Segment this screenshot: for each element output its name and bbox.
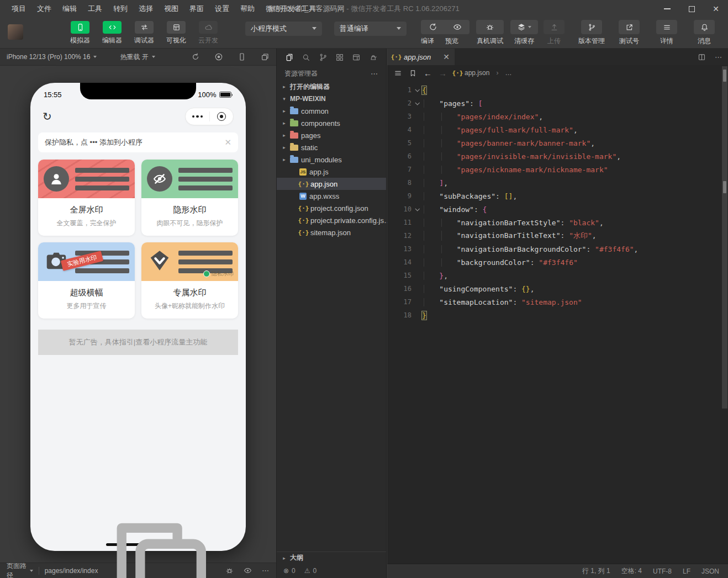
fold-chevron-icon[interactable] xyxy=(412,208,422,211)
footer-bug-button[interactable] xyxy=(225,566,234,575)
toolbar-button-调试器[interactable]: 调试器 xyxy=(130,21,158,45)
menu-文件[interactable]: 文件 xyxy=(32,2,56,16)
fold-chevron-icon[interactable] xyxy=(412,102,422,105)
editor-more-icon[interactable]: ⋯ xyxy=(715,53,722,61)
tree-item-components[interactable]: ▸components xyxy=(277,117,386,129)
menu-编辑[interactable]: 编辑 xyxy=(57,2,82,16)
code-button[interactable] xyxy=(103,21,122,34)
toolbar-right-详情[interactable]: 详情 xyxy=(651,20,683,46)
tree-item-sitemap.json[interactable]: {·}sitemap.json xyxy=(277,226,386,238)
activity-layout-button[interactable] xyxy=(352,53,361,62)
tree-item-app.json[interactable]: {·}app.json xyxy=(277,178,386,190)
action-真机调试[interactable]: 真机调试 xyxy=(476,20,504,46)
tree-item-uni_modules[interactable]: ▸uni_modules xyxy=(277,153,386,166)
navigate-back-icon[interactable]: ← xyxy=(424,68,432,78)
compile-select[interactable]: 普通编译 xyxy=(334,22,407,36)
tree-item-project.config.json[interactable]: {·}project.config.json xyxy=(277,202,386,214)
menu-转到[interactable]: 转到 xyxy=(108,2,133,16)
user-avatar[interactable] xyxy=(8,24,23,40)
sim-windows-button[interactable] xyxy=(261,52,270,61)
action-清缓存[interactable]: 清缓存 xyxy=(510,20,538,46)
activity-blocks-button[interactable] xyxy=(335,53,344,62)
toolbar-right-icon-box[interactable] xyxy=(656,20,677,34)
sim-device-button[interactable] xyxy=(238,52,246,61)
sim-rotate-button[interactable] xyxy=(191,52,200,61)
toolbar-button-编辑器[interactable]: 编辑器 xyxy=(98,21,126,45)
section-open-editors[interactable]: ▸打开的编辑器 xyxy=(277,81,386,93)
fold-chevron-icon[interactable] xyxy=(412,88,422,92)
menu-工具[interactable]: 工具 xyxy=(83,2,107,16)
page-refresh-icon[interactable]: ↻ xyxy=(43,111,52,122)
status-行 1, 列 1[interactable]: 行 1, 列 1 xyxy=(582,566,610,576)
device-select[interactable]: iPhone 12/13 (Pro) 100% 16 xyxy=(7,53,97,61)
editor-scrollbar[interactable] xyxy=(722,66,727,409)
breadcrumb-more[interactable]: … xyxy=(505,69,511,77)
toolbar-right-测试号[interactable]: 测试号 xyxy=(613,20,645,46)
close-button[interactable]: ✕ xyxy=(704,0,728,18)
status-JSON[interactable]: JSON xyxy=(701,568,719,575)
toolbar-right-版本管理[interactable]: 版本管理 xyxy=(576,20,608,46)
banner-close-icon[interactable]: ✕ xyxy=(224,137,231,147)
footer-eye-button[interactable] xyxy=(244,566,252,575)
action-icon-box[interactable] xyxy=(510,20,538,34)
menu-视图[interactable]: 视图 xyxy=(159,2,183,16)
navigate-forward-icon[interactable]: → xyxy=(439,68,447,78)
phone-button[interactable] xyxy=(71,21,89,34)
menu-界面[interactable]: 界面 xyxy=(184,2,209,16)
close-capsule-button[interactable] xyxy=(210,112,234,121)
status-空格: 4[interactable]: 空格: 4 xyxy=(621,566,642,576)
feature-card-隐形水印[interactable]: 隐形水印肉眼不可见，隐形保护 xyxy=(141,160,238,236)
hot-reload-toggle[interactable]: 热重载 开 xyxy=(120,52,155,62)
menu-帮助[interactable]: 帮助 xyxy=(235,2,260,16)
bookmark-icon[interactable] xyxy=(409,69,417,77)
tree-item-pages[interactable]: ▸pages xyxy=(277,129,386,141)
menu-选择[interactable]: 选择 xyxy=(134,2,158,16)
tree-root[interactable]: ▾MP-WEIXIN xyxy=(277,93,386,105)
footer-more-icon[interactable]: ⋯ xyxy=(262,566,270,575)
activity-git-button[interactable] xyxy=(319,53,328,62)
breadcrumb-file[interactable]: {·} app.json xyxy=(453,69,489,77)
sim-record-button[interactable] xyxy=(214,52,223,61)
toolbar-right-icon-box[interactable] xyxy=(619,20,640,34)
grid-button[interactable] xyxy=(167,21,186,34)
toolbar-button-可视化[interactable]: 可视化 xyxy=(162,21,190,45)
tree-item-static[interactable]: ▸static xyxy=(277,141,386,153)
tree-item-common[interactable]: ▸common xyxy=(277,105,386,117)
feature-card-专属水印[interactable]: 隐私水印专属水印头像+昵称就能制作水印 xyxy=(141,242,238,319)
menu-项目[interactable]: 项目 xyxy=(7,2,31,16)
tree-item-app.js[interactable]: JSapp.js xyxy=(277,166,386,178)
status-UTF-8[interactable]: UTF-8 xyxy=(653,568,672,575)
toolbar-right-消息[interactable]: 消息 xyxy=(688,20,720,46)
tree-item-label: components xyxy=(301,119,340,128)
split-editor-icon[interactable] xyxy=(698,53,706,61)
code-area[interactable]: 1{2 "pages": [3 "pages/index/index",4 "p… xyxy=(387,81,728,322)
debug-button[interactable] xyxy=(135,21,154,34)
toolbar-button-模拟器[interactable]: 模拟器 xyxy=(66,21,94,45)
menu-设置[interactable]: 设置 xyxy=(210,2,234,16)
toolbar-right-icon-box[interactable] xyxy=(694,20,715,34)
maximize-button[interactable] xyxy=(679,0,704,18)
tab-close-icon[interactable]: ✕ xyxy=(443,52,450,61)
explorer-more-icon[interactable]: ⋯ xyxy=(371,70,378,78)
action-预览[interactable] xyxy=(445,20,469,34)
page-path-label[interactable]: 页面路径 xyxy=(7,561,27,578)
activity-search-button[interactable] xyxy=(302,53,310,62)
tree-item-project.private.config.js…[interactable]: {·}project.private.config.js… xyxy=(277,214,386,226)
outline-section[interactable]: ▸ 大纲 xyxy=(277,552,386,564)
status-LF[interactable]: LF xyxy=(683,568,690,575)
mode-select[interactable]: 小程序模式 xyxy=(245,22,322,36)
activity-files-button[interactable] xyxy=(285,53,294,62)
problems-bar[interactable]: ⊗ 0 ⚠ 0 xyxy=(277,564,386,578)
feature-card-超级横幅[interactable]: 实验用水印超级横幅更多用于宣传 xyxy=(38,242,135,319)
copy-icon[interactable] xyxy=(98,507,225,578)
minimize-button[interactable] xyxy=(655,0,679,18)
tree-item-app.wxss[interactable]: Wapp.wxss xyxy=(277,190,386,202)
feature-card-全屏水印[interactable]: 全屏水印全文覆盖，完全保护 xyxy=(38,160,135,236)
tab-app-json[interactable]: {·} app.json ✕ xyxy=(387,49,455,65)
more-menu-button[interactable] xyxy=(186,115,209,118)
outline-list-icon[interactable] xyxy=(394,69,402,77)
action-icon-box[interactable] xyxy=(476,20,504,34)
activity-teapot-button[interactable] xyxy=(369,53,378,62)
action-编译[interactable] xyxy=(421,20,445,34)
toolbar-right-icon-box[interactable] xyxy=(581,20,602,34)
